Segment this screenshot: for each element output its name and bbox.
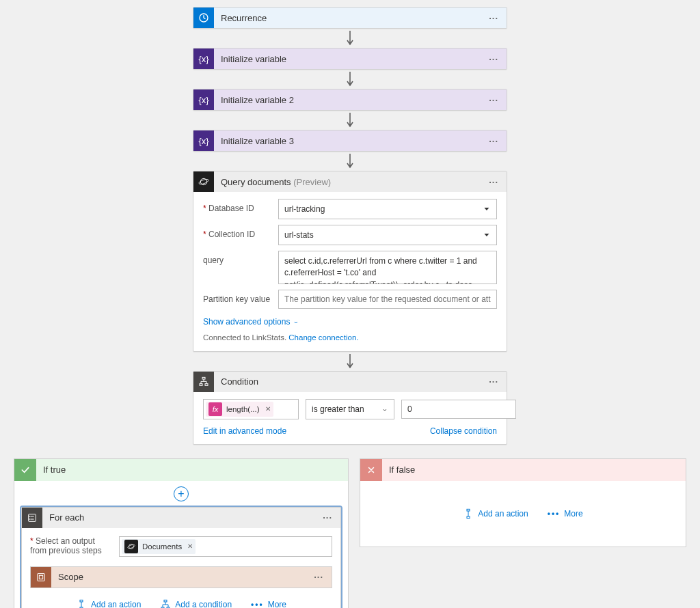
svg-rect-10: [39, 575, 42, 579]
step-for-each: For each ··· Select an output from previ…: [21, 507, 341, 608]
collection-id-select[interactable]: url-stats ▼: [278, 225, 497, 245]
step-init-var-2[interactable]: {x} Initialize variable 2 ···: [193, 89, 507, 111]
collection-id-label: Collection ID: [203, 230, 255, 239]
more-actions-link[interactable]: ••• More: [251, 600, 286, 608]
workflow-canvas: Recurrence ··· {x} Initialize variable ·…: [0, 7, 700, 608]
branch-title: If false: [382, 465, 415, 475]
svg-rect-19: [467, 516, 470, 519]
add-condition-link[interactable]: Add a condition: [160, 599, 232, 608]
scope-icon: [31, 567, 51, 588]
query-label: query: [203, 251, 278, 265]
add-action-link[interactable]: Add an action: [463, 508, 528, 519]
remove-chip-icon[interactable]: ✕: [187, 542, 193, 550]
connector-arrow: [345, 29, 355, 48]
connection-line: Connected to LinkStats. Change connectio…: [203, 333, 497, 342]
fx-icon: fx: [208, 402, 222, 416]
collapse-condition-link[interactable]: Collapse condition: [430, 426, 497, 436]
condition-operator-select[interactable]: is greater than ⌄: [306, 399, 394, 419]
step-title: Query documents (Preview): [214, 177, 481, 187]
clock-icon: [193, 8, 214, 28]
change-connection-link[interactable]: Change connection.: [288, 333, 358, 342]
branch-if-false: If false Add an action ••• More: [360, 458, 686, 547]
svg-rect-6: [29, 514, 36, 521]
svg-point-2: [198, 178, 209, 185]
more-dots-icon: •••: [548, 509, 561, 519]
step-title: For each: [42, 512, 314, 523]
foreach-output-field[interactable]: Documents ✕: [119, 536, 332, 557]
show-advanced-link[interactable]: Show advanced options ⌄: [203, 317, 299, 327]
step-menu-button[interactable]: ···: [481, 177, 507, 187]
connector-arrow: [345, 152, 355, 171]
for-each-icon: [22, 508, 42, 528]
step-title: Recurrence: [214, 13, 481, 23]
step-menu-button[interactable]: ···: [306, 572, 332, 582]
step-recurrence[interactable]: Recurrence ···: [193, 7, 507, 29]
condition-branches: If true + For each ··· Select an o: [7, 458, 693, 608]
svg-rect-4: [200, 383, 202, 385]
svg-rect-3: [202, 377, 205, 379]
chevron-down-icon: ▼: [483, 232, 491, 238]
edit-advanced-link[interactable]: Edit in advanced mode: [203, 426, 286, 436]
add-action-icon: [76, 599, 87, 608]
condition-icon: [193, 372, 214, 392]
foreach-select-label: Select an output from previous steps: [30, 536, 102, 555]
svg-point-8: [127, 544, 135, 549]
more-dots-icon: •••: [251, 600, 264, 608]
database-id-select[interactable]: url-tracking ▼: [278, 199, 497, 219]
variable-icon: {x}: [193, 89, 214, 110]
step-menu-button[interactable]: ···: [481, 95, 507, 105]
variable-icon: {x}: [193, 49, 214, 69]
step-menu-button[interactable]: ···: [481, 54, 507, 64]
chevron-down-icon: ▼: [483, 206, 491, 212]
chevron-down-icon: ⌄: [293, 319, 299, 324]
svg-rect-18: [467, 509, 470, 511]
svg-rect-9: [38, 573, 45, 581]
condition-value-input[interactable]: [401, 400, 516, 419]
condition-left-operand[interactable]: fx length(...) ✕: [203, 399, 299, 419]
step-init-var-3[interactable]: {x} Initialize variable 3 ···: [193, 130, 507, 152]
step-condition: Condition ··· fx length(...) ✕ is greate…: [193, 371, 507, 445]
step-menu-button[interactable]: ···: [481, 376, 507, 387]
step-scope[interactable]: Scope ···: [30, 566, 332, 588]
connector-arrow: [345, 352, 355, 371]
svg-rect-5: [205, 383, 208, 385]
cosmos-db-icon: [124, 540, 138, 553]
branch-title: If true: [36, 465, 66, 475]
connector-arrow: [345, 111, 355, 130]
variable-icon: {x}: [193, 130, 214, 151]
add-action-icon: [463, 508, 474, 519]
step-title: Scope: [51, 572, 306, 582]
step-title: Initialize variable 3: [214, 136, 481, 146]
step-menu-button[interactable]: ···: [481, 136, 507, 146]
step-title: Initialize variable: [214, 54, 481, 64]
svg-rect-13: [164, 600, 167, 602]
check-icon: [14, 459, 36, 481]
step-query-documents: Query documents (Preview) ··· Database I…: [193, 171, 507, 352]
step-menu-button[interactable]: ···: [481, 13, 507, 23]
close-icon: [360, 459, 382, 481]
documents-chip[interactable]: Documents ✕: [122, 539, 196, 554]
step-init-var-1[interactable]: {x} Initialize variable ···: [193, 48, 507, 70]
step-title: Condition: [214, 376, 481, 387]
svg-rect-11: [80, 600, 83, 602]
connector-arrow: [345, 70, 355, 89]
query-input[interactable]: [278, 251, 497, 284]
cosmos-db-icon: [193, 171, 214, 192]
branch-if-true: If true + For each ··· Select an o: [14, 458, 349, 608]
more-actions-link[interactable]: ••• More: [548, 509, 583, 519]
add-action-link[interactable]: Add an action: [76, 599, 141, 608]
partition-key-label: Partition key value: [203, 290, 278, 304]
step-menu-button[interactable]: ···: [314, 512, 340, 523]
expression-chip[interactable]: fx length(...) ✕: [206, 402, 273, 417]
partition-key-input[interactable]: [278, 290, 497, 309]
chevron-down-icon: ⌄: [381, 406, 388, 412]
add-condition-icon: [160, 599, 171, 608]
remove-chip-icon[interactable]: ✕: [265, 405, 271, 413]
add-step-button[interactable]: +: [174, 486, 189, 501]
database-id-label: Database ID: [203, 204, 254, 213]
step-title: Initialize variable 2: [214, 95, 481, 105]
